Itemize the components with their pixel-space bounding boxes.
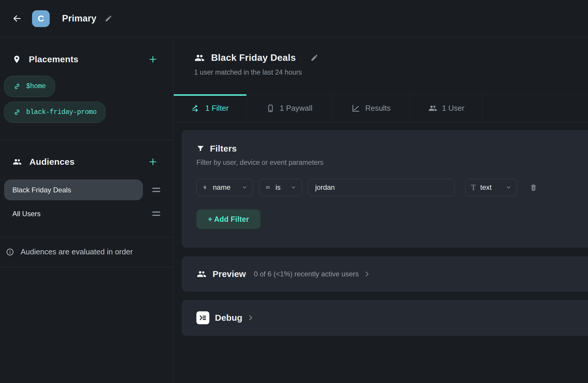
add-filter-label: + Add Filter	[208, 215, 249, 224]
sidebar-divider	[0, 267, 173, 267]
placement-chip-label: $home	[26, 83, 46, 90]
link-icon	[13, 83, 21, 90]
chart-line-icon	[351, 104, 360, 113]
audience-header: Black Friday Deals	[194, 52, 588, 63]
property-dropdown[interactable]: name	[196, 179, 253, 196]
filter-row: name is T text	[196, 179, 588, 196]
page-title: Primary	[62, 13, 96, 24]
info-icon	[6, 248, 14, 256]
equals-icon	[265, 184, 271, 191]
edit-audience-name-icon[interactable]	[310, 54, 318, 62]
users-icon	[12, 157, 22, 167]
audience-label: Black Friday Deals	[12, 186, 71, 194]
sidebar-divider	[0, 237, 173, 237]
branch-arrows-icon	[191, 104, 201, 113]
sidebar-divider	[0, 140, 173, 140]
placements-title: Placements	[29, 54, 78, 64]
type-dropdown[interactable]: T text	[465, 179, 517, 196]
sidebar: Placements $home black-friday-promo Audi…	[0, 38, 173, 383]
chevron-right-icon	[247, 314, 254, 321]
type-value: text	[480, 183, 492, 192]
operator-dropdown[interactable]: is	[259, 179, 302, 196]
add-placement-button[interactable]	[148, 54, 158, 64]
audience-row-all-users[interactable]: All Users	[4, 203, 160, 224]
debug-title: Debug	[215, 313, 242, 323]
funnel-icon	[196, 145, 205, 153]
link-icon	[13, 108, 21, 116]
users-icon	[194, 53, 205, 63]
add-audience-button[interactable]	[148, 157, 158, 167]
operator-value: is	[275, 183, 280, 192]
audience-item[interactable]: All Users	[4, 203, 143, 224]
drag-handle-icon[interactable]	[152, 211, 160, 216]
edit-title-icon[interactable]	[105, 15, 112, 22]
text-type-icon: T	[471, 184, 476, 192]
drag-handle-icon[interactable]	[152, 188, 160, 192]
chevron-down-icon	[242, 184, 248, 190]
audience-label: All Users	[12, 210, 41, 218]
top-bar: C Primary	[0, 0, 588, 37]
audiences-title: Audiences	[29, 157, 75, 167]
avatar[interactable]: C	[32, 10, 50, 27]
debug-card[interactable]: Debug	[182, 300, 588, 336]
placements-section-header: Placements	[12, 53, 158, 66]
back-arrow-icon[interactable]	[12, 13, 22, 24]
phone-icon	[266, 104, 275, 113]
filters-card: Filters Filter by user, device or event …	[182, 130, 588, 248]
filters-subtitle: Filter by user, device or event paramete…	[196, 159, 588, 167]
matched-users-subtitle: 1 user matched in the last 24 hours	[194, 68, 588, 76]
tab-filter[interactable]: 1 Filter	[174, 95, 247, 122]
placement-list: $home black-friday-promo	[0, 66, 173, 123]
tab-label: 1 Filter	[205, 104, 228, 113]
tab-results[interactable]: Results	[332, 95, 410, 122]
filters-title: Filters	[210, 144, 237, 154]
preview-title: Preview	[213, 269, 246, 279]
tab-label: Results	[365, 104, 391, 113]
lightning-icon	[202, 184, 208, 191]
avatar-letter: C	[38, 14, 44, 23]
note-text: Audiences are evaluated in order	[21, 247, 133, 256]
audiences-order-note: Audiences are evaluated in order	[6, 247, 160, 256]
placement-chip-home[interactable]: $home	[4, 76, 55, 97]
tab-label: 1 Paywall	[280, 104, 312, 113]
audiences-section-header: Audiences	[12, 155, 158, 168]
chevron-right-icon	[363, 271, 370, 278]
placement-chip-black-friday-promo[interactable]: black-friday-promo	[4, 102, 106, 123]
chevron-down-icon	[506, 184, 512, 190]
audience-title: Black Friday Deals	[211, 52, 296, 63]
delete-filter-icon[interactable]	[529, 184, 537, 192]
users-icon	[196, 269, 206, 279]
filter-value-input[interactable]	[308, 179, 455, 196]
filters-card-header: Filters	[196, 144, 588, 154]
preview-stat: 0 of 6 (<1%) recently active users	[254, 270, 359, 278]
tab-label: 1 User	[442, 104, 465, 113]
tab-paywall[interactable]: 1 Paywall	[247, 95, 332, 122]
chevron-down-icon	[290, 184, 296, 190]
property-value: name	[213, 183, 230, 192]
preview-card[interactable]: Preview 0 of 6 (<1%) recently active use…	[182, 256, 588, 292]
audience-row-black-friday-deals[interactable]: Black Friday Deals	[4, 179, 160, 200]
users-icon	[428, 104, 437, 113]
location-pin-icon	[12, 55, 21, 64]
tab-bar: 1 Filter 1 Paywall Results 1 User	[174, 94, 588, 122]
add-filter-button[interactable]: + Add Filter	[196, 209, 260, 229]
tab-user[interactable]: 1 User	[410, 95, 483, 122]
audience-item-selected[interactable]: Black Friday Deals	[4, 179, 143, 200]
placement-chip-label: black-friday-promo	[26, 108, 96, 116]
terminal-icon	[196, 311, 209, 324]
main-content: Black Friday Deals 1 user matched in the…	[174, 38, 588, 383]
